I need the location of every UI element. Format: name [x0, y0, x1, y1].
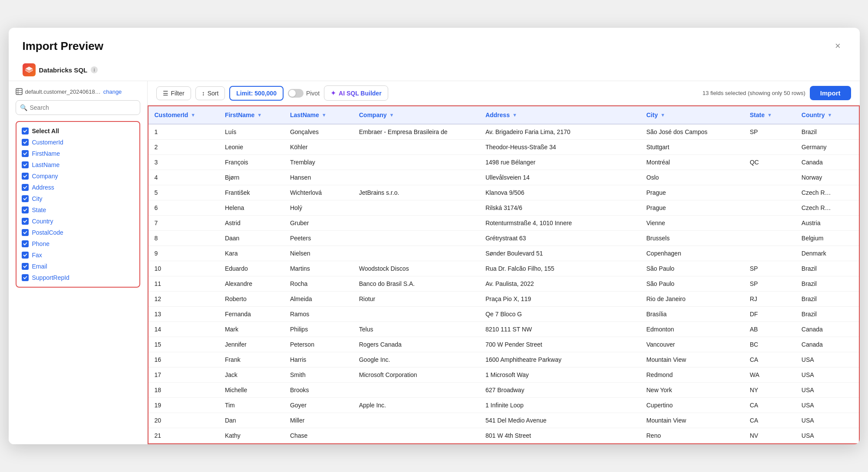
search-input[interactable] [16, 100, 140, 115]
col-header-state[interactable]: State▼ [744, 106, 795, 124]
table-cell: Miller [284, 413, 353, 428]
table-cell: 1600 Amphitheatre Parkway [479, 352, 640, 367]
table-cell [353, 155, 479, 170]
sort-arrow-country: ▼ [828, 112, 832, 118]
field-item-customerid[interactable]: CustomerId [18, 137, 138, 148]
field-item-fax[interactable]: Fax [18, 249, 138, 261]
table-row: 9KaraNielsenSønder Boulevard 51Copenhage… [149, 246, 859, 261]
table-cell: JetBrains s.r.o. [353, 185, 479, 200]
pivot-toggle[interactable] [288, 89, 304, 98]
modal-header: Import Preview × [9, 28, 860, 59]
table-cell: Qe 7 Bloco G [479, 307, 640, 322]
table-cell: Riotur [353, 292, 479, 307]
table-cell: Hansen [284, 170, 353, 185]
table-cell: USA [795, 398, 859, 413]
checkbox-state [22, 206, 29, 213]
field-item-firstname[interactable]: FirstName [18, 148, 138, 159]
field-item-state[interactable]: State [18, 204, 138, 216]
table-cell: AB [744, 322, 795, 337]
info-dot[interactable]: i [91, 66, 98, 73]
col-header-city[interactable]: City▼ [640, 106, 744, 124]
field-label-postalcode: PostalCode [32, 229, 63, 236]
table-cell: Redmond [640, 367, 744, 383]
table-cell: Almeida [284, 292, 353, 307]
table-cell: Brooks [284, 383, 353, 398]
limit-button[interactable]: Limit: 500,000 [229, 86, 284, 101]
field-label-company: Company [32, 173, 58, 180]
table-cell: 14 [149, 322, 219, 337]
limit-label: Limit: 500,000 [236, 90, 277, 97]
table-cell: USA [795, 352, 859, 367]
table-cell: Peterson [284, 337, 353, 352]
field-item-lastname[interactable]: LastName [18, 159, 138, 170]
field-item-company[interactable]: Company [18, 170, 138, 182]
checkbox-fax [22, 252, 29, 259]
table-cell: Jennifer [219, 337, 284, 352]
table-cell: USA [795, 367, 859, 383]
sort-button[interactable]: ↕ Sort [195, 86, 225, 100]
col-label-address: Address [485, 111, 510, 118]
table-cell: Rua Dr. Falcão Filho, 155 [479, 261, 640, 276]
checkbox-customerid [22, 139, 29, 146]
col-header-lastname[interactable]: LastName▼ [284, 106, 353, 124]
table-cell: Mountain View [640, 352, 744, 367]
change-link[interactable]: change [103, 88, 122, 95]
checkbox-country [22, 218, 29, 225]
field-item-address[interactable]: Address [18, 182, 138, 193]
datasource-name: Databricks SQL [39, 66, 88, 74]
table-cell: Rogers Canada [353, 337, 479, 352]
field-item-supportrepid[interactable]: SupportRepId [18, 272, 138, 283]
table-row: 20DanMiller541 Del Medio AvenueMountain … [149, 413, 859, 428]
table-cell: 9 [149, 246, 219, 261]
table-row: 17JackSmithMicrosoft Corporation1 Micros… [149, 367, 859, 383]
table-cell: WA [744, 367, 795, 383]
table-cell [353, 140, 479, 155]
field-label-supportrepid: SupportRepId [32, 274, 69, 281]
table-cell: USA [795, 413, 859, 428]
table-cell: Peeters [284, 231, 353, 246]
table-cell: São Paulo [640, 261, 744, 276]
col-header-country[interactable]: Country▼ [795, 106, 859, 124]
field-label-email: Email [32, 263, 47, 270]
col-header-firstname[interactable]: FirstName▼ [219, 106, 284, 124]
field-label-firstname: FirstName [32, 150, 60, 157]
table-cell: Denmark [795, 246, 859, 261]
filter-button[interactable]: ☰ Filter [156, 86, 191, 100]
table-cell [744, 216, 795, 231]
import-button[interactable]: Import [810, 86, 851, 100]
table-cell: 4 [149, 170, 219, 185]
datasource-badge: Databricks SQL i [23, 63, 98, 76]
col-header-address[interactable]: Address▼ [479, 106, 640, 124]
table-cell [744, 231, 795, 246]
close-button[interactable]: × [830, 38, 846, 54]
table-cell [353, 307, 479, 322]
field-item-email[interactable]: Email [18, 261, 138, 272]
table-cell: CA [744, 352, 795, 367]
field-item-country[interactable]: Country [18, 216, 138, 227]
import-preview-modal: Import Preview × Databricks SQL i [9, 28, 860, 444]
field-item-select-all[interactable]: Select All [18, 125, 138, 137]
field-item-phone[interactable]: Phone [18, 238, 138, 249]
table-cell [353, 200, 479, 216]
ai-builder-button[interactable]: ✦ AI SQL Builder [324, 85, 388, 101]
field-label-fax: Fax [32, 252, 42, 259]
table-source: default.customer_20240618… change [16, 88, 140, 95]
table-cell: São José dos Campos [640, 124, 744, 140]
table-body: 1LuísGonçalvesEmbraer - Empresa Brasilei… [149, 124, 859, 443]
col-header-customerid[interactable]: CustomerId▼ [149, 106, 219, 124]
table-cell: 8210 111 ST NW [479, 322, 640, 337]
table-cell: Brazil [795, 276, 859, 292]
col-header-company[interactable]: Company▼ [353, 106, 479, 124]
field-item-city[interactable]: City [18, 193, 138, 204]
table-cell: NV [744, 428, 795, 443]
table-cell: 700 W Pender Street [479, 337, 640, 352]
table-cell: Reno [640, 428, 744, 443]
table-cell: 10 [149, 261, 219, 276]
table-head: CustomerId▼ FirstName▼ LastName▼ Company… [149, 106, 859, 124]
field-item-postalcode[interactable]: PostalCode [18, 227, 138, 238]
table-cell: František [219, 185, 284, 200]
table-cell: 1 Microsoft Way [479, 367, 640, 383]
data-table: CustomerId▼ FirstName▼ LastName▼ Company… [149, 106, 859, 443]
main-area: default.customer_20240618… change 🔍 Sele… [9, 81, 860, 444]
table-wrap[interactable]: CustomerId▼ FirstName▼ LastName▼ Company… [148, 105, 860, 444]
